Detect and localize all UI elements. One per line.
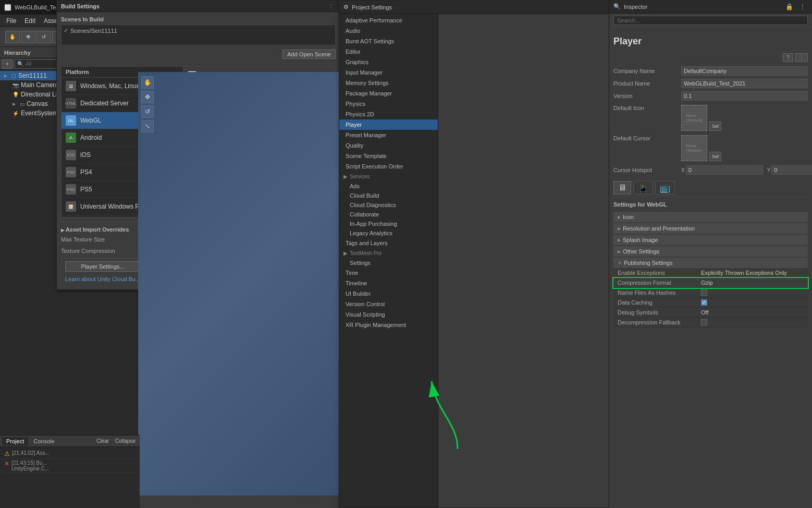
console-entry-1[interactable]: ⚠ [21:41:02] Ass... xyxy=(2,449,138,459)
scene-rotate-tool[interactable]: ↺ xyxy=(141,105,154,118)
hierarchy-add-small-button[interactable]: + xyxy=(2,59,13,69)
publishing-settings-label: Publishing Settings xyxy=(624,260,673,266)
android-icon: A xyxy=(66,132,76,143)
nav-package-manager[interactable]: Package Manager xyxy=(339,88,438,99)
console-tab-btn[interactable]: Console xyxy=(29,437,58,445)
compression-format-row[interactable]: Compression Format Gzip xyxy=(613,278,808,288)
product-name-label: Product Name xyxy=(613,80,681,87)
add-open-scene-button[interactable]: Add Open Scene xyxy=(282,50,336,59)
other-settings-section-header[interactable]: ▶ Other Settings xyxy=(613,246,808,257)
scene-name: Scenes/Sen11111 xyxy=(70,28,117,34)
player-more-button[interactable]: ⋮ xyxy=(795,53,808,62)
nav-preset-manager[interactable]: Preset Manager xyxy=(339,130,438,140)
platform-tab-tvos[interactable]: 📺 xyxy=(655,181,675,195)
nav-ui-builder[interactable]: UI Builder xyxy=(339,288,438,299)
cursor-hotspot-x-input[interactable] xyxy=(686,165,763,175)
resolution-section-header[interactable]: ▶ Resolution and Presentation xyxy=(613,223,808,234)
console-entry-2[interactable]: ✕ [21:43:15] Bu... UnityEngine.C... xyxy=(2,459,138,473)
compression-format-value: Gzip xyxy=(701,280,804,286)
hierarchy-panel: Hierarchy + ⋮ + 🔍 All ⚙ ▶ ⬡ Sen11111 📷 M… xyxy=(0,47,138,495)
other-settings-section-label: Other Settings xyxy=(623,248,659,255)
nav-audio[interactable]: Audio xyxy=(339,26,438,36)
nav-memory-settings[interactable]: Memory Settings xyxy=(339,78,438,88)
nav-physics-2d[interactable]: Physics 2D xyxy=(339,109,438,119)
scene-hand-tool[interactable]: ✋ xyxy=(141,76,154,89)
icon-section-header[interactable]: ▶ Icon xyxy=(613,212,808,222)
nav-in-app-purchasing[interactable]: In-App Purchasing xyxy=(339,219,438,228)
nav-visual-scripting[interactable]: Visual Scripting xyxy=(339,309,438,320)
scene-move-tool[interactable]: ✥ xyxy=(141,91,154,103)
cursor-hotspot-x-label: X xyxy=(681,167,685,173)
hand-tool-button[interactable]: ✋ xyxy=(5,31,20,43)
cursor-hotspot-y-label: Y xyxy=(767,167,771,173)
default-cursor-row: Default Cursor None(Texture) Sel xyxy=(613,135,808,161)
nav-scene-template[interactable]: Scene Template xyxy=(339,151,438,161)
move-tool-button[interactable]: ✥ xyxy=(21,31,35,43)
nav-physics[interactable]: Physics xyxy=(339,99,438,109)
product-name-input[interactable] xyxy=(681,79,808,88)
default-icon-row: Default Icon None(Texture) Sel xyxy=(613,105,808,131)
eventsystem-icon: ⚡ xyxy=(13,111,19,116)
build-settings-header: Build Settings ⋮ xyxy=(57,1,340,12)
nav-graphics[interactable]: Graphics xyxy=(339,57,438,67)
nav-player[interactable]: Player xyxy=(339,119,438,130)
nav-services-section[interactable]: ▶ Services xyxy=(339,172,438,182)
nav-xr-plugin-management[interactable]: XR Plugin Management xyxy=(339,320,438,330)
menu-file[interactable]: File xyxy=(2,16,20,26)
inspector-menu-button[interactable]: ⋮ xyxy=(797,2,808,11)
cursor-hotspot-y-input[interactable] xyxy=(771,165,812,175)
name-files-label: Name Files As Hashes xyxy=(618,289,701,296)
build-settings-menu-button[interactable]: ⋮ xyxy=(326,2,336,10)
data-caching-checkbox[interactable]: ✓ xyxy=(701,299,707,306)
nav-cloud-diagnostics[interactable]: Cloud Diagnostics xyxy=(339,200,438,210)
nav-ads[interactable]: Ads xyxy=(339,182,438,191)
name-files-checkbox[interactable] xyxy=(701,289,707,296)
light-icon: 💡 xyxy=(13,92,19,98)
nav-version-control[interactable]: Version Control xyxy=(339,299,438,309)
select-default-icon-button[interactable]: Sel xyxy=(709,122,721,131)
select-default-cursor-button[interactable]: Sel xyxy=(709,152,721,161)
expand-icon: ▶ xyxy=(61,228,64,233)
nav-adaptive-performance[interactable]: Adaptive Performance xyxy=(339,15,438,26)
menu-edit[interactable]: Edit xyxy=(20,16,40,26)
nav-collaborate[interactable]: Collaborate xyxy=(339,210,438,219)
clear-button[interactable]: Clear xyxy=(94,438,111,444)
nav-quality[interactable]: Quality xyxy=(339,140,438,151)
inspector-search-input[interactable] xyxy=(613,16,808,25)
publishing-settings-header[interactable]: ▼ Publishing Settings xyxy=(613,258,808,268)
decompression-fallback-checkbox[interactable] xyxy=(701,319,707,325)
enable-exceptions-value: Explicitly Thrown Exceptions Only xyxy=(701,270,804,276)
learn-link[interactable]: Learn about Unity Cloud Bu... xyxy=(65,276,140,282)
platform-tab-desktop[interactable]: 🖥 xyxy=(613,181,631,195)
platform-tab-mobile[interactable]: 📱 xyxy=(633,181,653,195)
nav-burst-aot[interactable]: Burst AOT Settings xyxy=(339,36,438,46)
scene-scale-tool[interactable]: ⤡ xyxy=(141,120,154,132)
project-tab[interactable]: Project xyxy=(2,437,28,445)
nav-textmesh-settings[interactable]: Settings xyxy=(339,258,438,268)
nav-time[interactable]: Time xyxy=(339,268,438,278)
nav-script-execution-order[interactable]: Script Execution Order xyxy=(339,161,438,172)
nav-tags-and-layers[interactable]: Tags and Layers xyxy=(339,238,438,248)
collapse-button[interactable]: Collapse xyxy=(113,438,138,444)
version-input[interactable] xyxy=(681,91,808,101)
nav-cloud-build[interactable]: Cloud Build xyxy=(339,191,438,200)
rotate-tool-button[interactable]: ↺ xyxy=(36,31,51,43)
platform-name-ps4: PS4 xyxy=(80,168,92,176)
other-settings-section-arrow: ▶ xyxy=(618,249,621,254)
tree-label-sen11111: Sen11111 xyxy=(18,72,47,79)
nav-textmesh-pro-section[interactable]: ▶ TextMesh Pro xyxy=(339,248,438,258)
splash-section-header[interactable]: ▶ Splash Image xyxy=(613,235,808,245)
nav-editor[interactable]: Editor xyxy=(339,46,438,57)
nav-input-manager[interactable]: Input Manager xyxy=(339,67,438,78)
scene-viewport[interactable]: ✋ ✥ ↺ ⤡ xyxy=(138,72,339,495)
player-settings-button[interactable]: Player Settings... xyxy=(65,261,140,272)
publishing-settings-arrow: ▼ xyxy=(618,261,622,265)
icon-section-arrow: ▶ xyxy=(618,215,621,220)
other-settings-section: ▶ Other Settings xyxy=(613,246,808,257)
default-cursor-label: Default Cursor xyxy=(613,135,681,141)
company-name-input[interactable] xyxy=(681,66,808,76)
nav-legacy-analytics[interactable]: Legacy Analytics xyxy=(339,228,438,238)
nav-timeline[interactable]: Timeline xyxy=(339,278,438,288)
player-help-button[interactable]: ? xyxy=(783,53,793,62)
inspector-lock-button[interactable]: 🔒 xyxy=(783,2,795,11)
